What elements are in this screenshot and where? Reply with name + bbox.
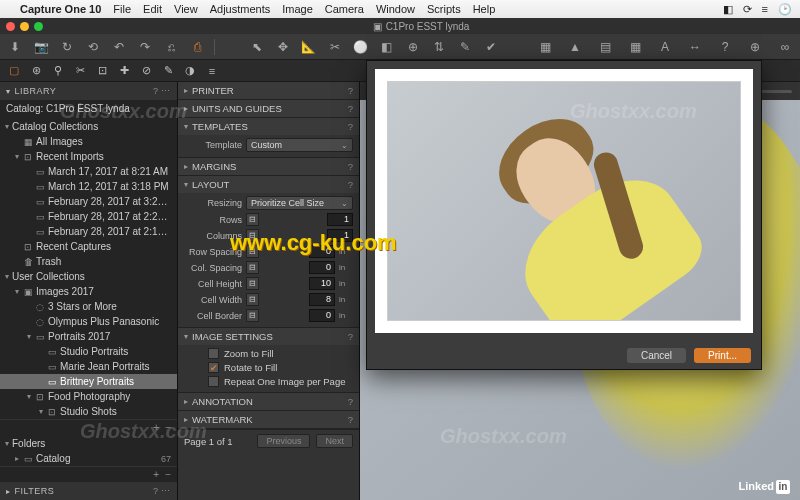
stepper-icon[interactable]: ⊟ — [246, 261, 259, 274]
cancel-button[interactable]: Cancel — [627, 348, 686, 363]
filters-header[interactable]: ▸FILTERS? ⋯ — [0, 482, 177, 500]
straighten-icon[interactable]: 📐 — [300, 40, 318, 54]
tree-item[interactable]: ▭Marie Jean Portraits — [0, 359, 177, 374]
rotate-ccw-icon[interactable]: ↻ — [58, 40, 76, 54]
menu-view[interactable]: View — [174, 3, 198, 15]
tree-item[interactable]: ▾▭Portraits 2017 — [0, 329, 177, 344]
stepper-icon[interactable]: ⊟ — [246, 293, 259, 306]
prev-button[interactable]: Previous — [257, 434, 310, 448]
crop-icon[interactable]: ✂ — [326, 40, 344, 54]
exposure-tab-icon[interactable]: ⊡ — [94, 64, 110, 77]
mask-icon[interactable]: ◧ — [378, 40, 396, 54]
tree-item[interactable]: ▭February 28, 2017 at 2:19 PM — [0, 224, 177, 239]
stepper-icon[interactable]: ⊟ — [246, 277, 259, 290]
cursor-icon[interactable]: ⬉ — [248, 40, 266, 54]
zoom-in-icon[interactable]: ⊕ — [746, 40, 764, 54]
stepper-icon[interactable]: ⊟ — [246, 245, 259, 258]
details-tab-icon[interactable]: ✚ — [116, 64, 132, 77]
redo-icon[interactable]: ↷ — [136, 40, 154, 54]
tree-item[interactable]: 🗑Trash — [0, 254, 177, 269]
tree-group[interactable]: ▾Catalog Collections — [0, 119, 177, 134]
tree-item[interactable]: ▭Studio Portraits — [0, 344, 177, 359]
crop-tab-icon[interactable]: ✂ — [72, 64, 88, 77]
rows-input[interactable]: 1 — [327, 213, 353, 226]
annotation-icon[interactable]: A — [656, 40, 674, 54]
adjust-tab-icon[interactable]: ✎ — [160, 64, 176, 77]
print-button[interactable]: Print... — [694, 348, 751, 363]
library-header[interactable]: ▾LIBRARY? ⋯ — [0, 82, 177, 100]
tree-item[interactable]: ▭March 12, 2017 at 3:18 PM — [0, 179, 177, 194]
color-tab-icon[interactable]: ⚲ — [50, 64, 66, 77]
adjust-icon[interactable]: ⇅ — [430, 40, 448, 54]
tree-item[interactable]: ▭March 17, 2017 at 8:21 AM — [0, 164, 177, 179]
tree-item[interactable]: ▭February 28, 2017 at 2:25 PM — [0, 209, 177, 224]
spot-icon[interactable]: ⚪ — [352, 40, 370, 54]
output-tab-icon[interactable]: ≡ — [204, 65, 220, 77]
zoom-checkbox[interactable]: Zoom to Fill — [184, 348, 353, 359]
group-printer[interactable]: ▸PRINTER? — [178, 82, 359, 99]
rotate-checkbox[interactable]: ✔Rotate to Fill — [184, 362, 353, 373]
group-templates[interactable]: ▾TEMPLATES? — [178, 118, 359, 135]
tree-item[interactable]: ◌Olympus Plus Panasonic — [0, 314, 177, 329]
menu-scripts[interactable]: Scripts — [427, 3, 461, 15]
capture-icon[interactable]: 📷 — [32, 40, 50, 54]
rotate-cw-icon[interactable]: ⟲ — [84, 40, 102, 54]
rowspacing-input[interactable]: 0 — [309, 245, 335, 258]
status-icon[interactable]: ⟳ — [743, 3, 752, 16]
undo-icon[interactable]: ↶ — [110, 40, 128, 54]
help-icon[interactable]: ? — [716, 40, 734, 54]
cellheight-input[interactable]: 10 — [309, 277, 335, 290]
library-tab-icon[interactable]: ▢ — [6, 64, 22, 77]
remove-button[interactable]: − — [165, 469, 171, 480]
draw-icon[interactable]: ✎ — [456, 40, 474, 54]
remove-button[interactable]: − — [165, 422, 171, 433]
tree-item[interactable]: ▾⊡Recent Imports — [0, 149, 177, 164]
tree-item[interactable]: ⊡Recent Captures — [0, 239, 177, 254]
tree-item[interactable]: ◌3 Stars or More — [0, 299, 177, 314]
group-annotation[interactable]: ▸ANNOTATION? — [178, 393, 359, 410]
warning-icon[interactable]: ▲ — [566, 40, 584, 54]
cellwidth-input[interactable]: 8 — [309, 293, 335, 306]
stepper-icon[interactable]: ⊟ — [246, 309, 259, 322]
menu-image[interactable]: Image — [282, 3, 313, 15]
stepper-icon[interactable]: ⊟ — [246, 213, 259, 226]
zoom-icon[interactable] — [34, 22, 43, 31]
minimize-icon[interactable] — [20, 22, 29, 31]
group-layout[interactable]: ▾LAYOUT? — [178, 176, 359, 193]
grid2-icon[interactable]: ▦ — [626, 40, 644, 54]
menu-adjustments[interactable]: Adjustments — [210, 3, 271, 15]
group-watermark[interactable]: ▸WATERMARK? — [178, 411, 359, 428]
tree-group[interactable]: ▾User Collections — [0, 269, 177, 284]
repeat-checkbox[interactable]: Repeat One Image per Page — [184, 376, 353, 387]
local-tab-icon[interactable]: ⊘ — [138, 64, 154, 77]
reset-icon[interactable]: ⎌ — [162, 40, 180, 54]
link-icon[interactable]: ∞ — [776, 40, 794, 54]
histogram-icon[interactable]: ▤ — [596, 40, 614, 54]
add-button[interactable]: + — [153, 469, 159, 480]
template-select[interactable]: Custom⌄ — [246, 138, 353, 152]
pan-icon[interactable]: ✥ — [274, 40, 292, 54]
tree-item[interactable]: ▾⊡Studio Shots — [0, 404, 177, 419]
grid-icon[interactable]: ▦ — [536, 40, 554, 54]
menu-window[interactable]: Window — [376, 3, 415, 15]
group-units[interactable]: ▸UNITS AND GUIDES? — [178, 100, 359, 117]
tree-item[interactable]: ▦All Images — [0, 134, 177, 149]
group-imagesettings[interactable]: ▾IMAGE SETTINGS? — [178, 328, 359, 345]
status-icon[interactable]: ≡ — [762, 3, 768, 15]
cellborder-input[interactable]: 0 — [309, 309, 335, 322]
cols-input[interactable]: 1 — [327, 229, 353, 242]
add-button[interactable]: + — [153, 422, 159, 433]
tree-item[interactable]: ▾▣Images 2017 — [0, 284, 177, 299]
import-icon[interactable]: ⬇ — [6, 40, 24, 54]
lens-tab-icon[interactable]: ⊛ — [28, 64, 44, 77]
tree-item[interactable]: ▸▭Catalog67 — [0, 451, 177, 466]
tree-item[interactable]: ▾⊡Food Photography — [0, 389, 177, 404]
colspacing-input[interactable]: 0 — [309, 261, 335, 274]
folders-group[interactable]: ▾Folders — [0, 435, 177, 451]
status-icon[interactable]: ◧ — [723, 3, 733, 16]
next-button[interactable]: Next — [316, 434, 353, 448]
app-name[interactable]: Capture One 10 — [20, 3, 101, 15]
menu-help[interactable]: Help — [473, 3, 496, 15]
tree-item[interactable]: ▭February 28, 2017 at 3:25 PM — [0, 194, 177, 209]
resizing-select[interactable]: Prioritize Cell Size⌄ — [246, 196, 353, 210]
